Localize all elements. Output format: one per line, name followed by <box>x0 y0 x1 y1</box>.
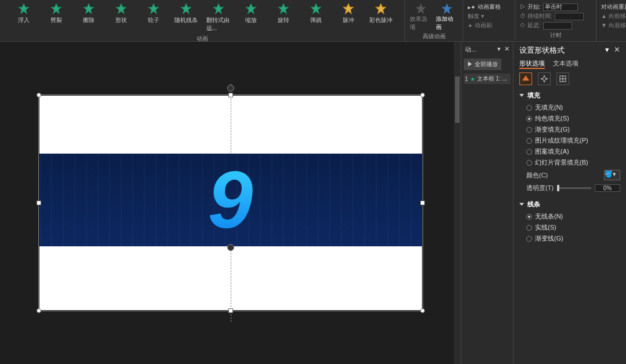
anim-item-label: 文本框 1: ... <box>477 75 507 83</box>
effects-icon[interactable] <box>538 72 551 85</box>
line-option-2[interactable]: 渐变线(G) <box>519 233 620 244</box>
anim-gallery-形状[interactable]: 形状 <box>109 2 133 32</box>
svg-marker-14 <box>541 75 548 82</box>
anim-gallery-翻转式由远...[interactable]: 翻转式由远... <box>206 2 231 32</box>
svg-marker-11 <box>376 3 386 14</box>
effect-options-button: 效果选项 <box>410 2 432 31</box>
svg-marker-2 <box>83 3 94 14</box>
tab-shape-options[interactable]: 形状选项 <box>519 59 545 69</box>
ribbon-section-advanced: 高级动画 <box>410 32 458 41</box>
anim-gallery-彩色脉冲[interactable]: 彩色脉冲 <box>369 2 393 32</box>
move-later-button: ▼ 向后移动 <box>601 21 626 30</box>
handle-s[interactable] <box>228 308 233 313</box>
reorder-label: 对动画重新排序 <box>601 2 626 12</box>
rotate-handle-top[interactable] <box>227 85 234 92</box>
tab-text-options[interactable]: 文本选项 <box>553 59 578 69</box>
svg-marker-3 <box>116 3 126 14</box>
svg-marker-5 <box>181 3 191 14</box>
anim-item-index: 1 <box>465 76 468 82</box>
line-section: 线条 无线条(N)实线(S)渐变线(G) <box>519 200 620 244</box>
slide[interactable]: 9 <box>39 96 422 310</box>
svg-marker-12 <box>416 3 426 14</box>
anim-list-item[interactable]: 1 ★ 文本框 1: ... <box>464 74 511 84</box>
workspace: 9 动... ▾✕ ▶ 全部播放 1 ★ 文 <box>0 42 626 364</box>
handle-ne[interactable] <box>420 93 425 97</box>
fill-option-4[interactable]: 图案填充(A) <box>519 146 620 157</box>
anim-gallery-缩放[interactable]: 缩放 <box>239 2 263 32</box>
handle-n[interactable] <box>228 93 233 97</box>
line-option-0[interactable]: 无线条(N) <box>519 211 620 222</box>
animation-pane: 动... ▾✕ ▶ 全部播放 1 ★ 文本框 1: ... <box>461 42 513 364</box>
add-animation-button[interactable]: 添加动画 <box>436 2 458 31</box>
anim-pane-close[interactable]: ✕ <box>504 45 509 52</box>
selection-box <box>38 94 423 311</box>
fill-option-5[interactable]: 幻灯片背景填充(B) <box>519 157 620 168</box>
svg-marker-13 <box>442 3 452 14</box>
anim-pane-dropdown[interactable]: ▾ <box>497 45 501 52</box>
handle-nw[interactable] <box>37 93 41 97</box>
format-pane-dropdown[interactable]: ▾ <box>605 45 609 54</box>
animation-painter-button[interactable]: ✦ 动画刷 <box>468 21 510 30</box>
color-label: 颜色(C) <box>526 171 548 180</box>
size-props-icon[interactable] <box>556 72 569 85</box>
animation-pane-button[interactable]: ▸✦动画窗格 <box>468 2 510 12</box>
ribbon-section-timing: 计时 <box>520 31 591 39</box>
star-icon: ★ <box>470 76 475 82</box>
svg-marker-4 <box>148 3 159 14</box>
anim-gallery-浮入[interactable]: 浮入 <box>12 2 36 32</box>
fill-section: 填充 无填充(N)纯色填充(S)渐变填充(G)图片或纹理填充(P)图案填充(A)… <box>519 91 620 194</box>
move-earlier-button: ▲ 向前移动 <box>601 12 626 21</box>
scrollbar-vertical[interactable] <box>454 42 461 364</box>
color-swatch[interactable]: 🪣▾ <box>604 170 620 180</box>
anim-gallery-轮子[interactable]: 轮子 <box>141 2 166 32</box>
transparency-slider[interactable] <box>557 187 591 189</box>
svg-marker-8 <box>278 3 289 14</box>
svg-marker-10 <box>343 3 354 14</box>
fill-line-icon[interactable] <box>519 72 532 85</box>
ribbon-right: 效果选项 添加动画 高级动画 ▸✦动画窗格 触发 ▾ ✦ 动画刷 ▷ 开始: <box>405 0 626 41</box>
timing-duration-row: ⏱ 持续时间: <box>520 12 591 21</box>
anim-gallery-旋转[interactable]: 旋转 <box>271 2 296 32</box>
transparency-input[interactable] <box>595 184 620 192</box>
anim-gallery-随机线条[interactable]: 随机线条 <box>174 2 198 32</box>
svg-marker-0 <box>19 3 29 14</box>
ribbon: 浮入劈裂擦除形状轮子随机线条翻转式由远...缩放旋转弹跳脉冲彩色脉冲 动画 效果… <box>0 0 626 42</box>
anim-gallery-弹跳[interactable]: 弹跳 <box>304 2 328 32</box>
handle-se[interactable] <box>420 308 425 313</box>
handle-w[interactable] <box>37 201 41 205</box>
canvas-area[interactable]: 9 <box>0 42 461 364</box>
transparency-label: 透明度(T) <box>526 184 554 192</box>
rotate-handle-mid[interactable] <box>227 244 234 251</box>
format-shape-pane: 设置形状格式 ▾✕ 形状选项 文本选项 填充 无填充(N)纯色填充(S)渐变填充… <box>513 42 626 364</box>
anim-gallery-劈裂[interactable]: 劈裂 <box>44 2 68 32</box>
anim-gallery-擦除[interactable]: 擦除 <box>77 2 101 32</box>
line-section-header[interactable]: 线条 <box>519 200 620 209</box>
handle-e[interactable] <box>420 201 425 205</box>
fill-option-0[interactable]: 无填充(N) <box>519 102 620 113</box>
svg-marker-7 <box>246 3 256 14</box>
svg-marker-6 <box>213 3 224 14</box>
ribbon-animation-group: 浮入劈裂擦除形状轮子随机线条翻转式由远...缩放旋转弹跳脉冲彩色脉冲 动画 <box>0 0 405 41</box>
trigger-button[interactable]: 触发 ▾ <box>468 12 510 21</box>
svg-marker-1 <box>51 3 61 14</box>
play-all-button[interactable]: ▶ 全部播放 <box>464 59 501 70</box>
format-pane-title: 设置形状格式 <box>519 45 565 56</box>
svg-marker-9 <box>311 3 321 14</box>
line-option-1[interactable]: 实线(S) <box>519 222 620 233</box>
timing-delay-row: ⏲ 延迟: <box>520 21 591 30</box>
fill-option-1[interactable]: 纯色填充(S) <box>519 113 620 124</box>
anim-gallery-脉冲[interactable]: 脉冲 <box>336 2 361 32</box>
fill-section-header[interactable]: 填充 <box>519 91 620 100</box>
scrollbar-thumb[interactable] <box>455 77 460 123</box>
anim-pane-title: 动... <box>465 45 476 54</box>
handle-sw[interactable] <box>37 308 41 313</box>
fill-option-3[interactable]: 图片或纹理填充(P) <box>519 135 620 146</box>
format-pane-close[interactable]: ✕ <box>614 45 620 54</box>
start-input[interactable] <box>543 3 578 11</box>
timing-start-row[interactable]: ▷ 开始: <box>520 2 591 12</box>
fill-option-2[interactable]: 渐变填充(G) <box>519 124 620 135</box>
